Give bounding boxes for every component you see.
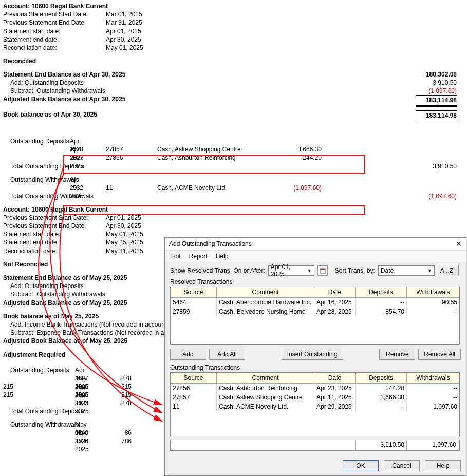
outstanding-row[interactable]: 11 Cash, ACME Novelty Ltd. Apr 29, 2025 … <box>171 402 459 411</box>
col-deposits[interactable]: Deposits <box>356 287 407 297</box>
sort-by-label: Sort Trans. by: <box>335 267 375 274</box>
recon-date-label: Reconciliation date: <box>3 44 106 52</box>
sub-wd-label: Subtract: Outstanding Withdrawals <box>10 87 105 94</box>
withdrawal-row-1: Apr 29, 2025 J532 11 Cash, ACME Novelty … <box>3 184 464 192</box>
cancel-button[interactable]: Cancel <box>384 460 420 471</box>
total-out-wd-label: Total Outstanding Withdrawals <box>10 193 94 200</box>
adj-bank: 183,114.98 <box>416 95 457 106</box>
chevron-down-icon: ▼ <box>427 268 432 273</box>
remove-button[interactable]: Remove <box>379 349 415 360</box>
stmt-end-label: Statement end date: <box>3 35 106 44</box>
reconciled-status: Reconciled <box>3 57 464 65</box>
recon-date-value: May 01, 2025 <box>106 44 143 52</box>
sort-by-combo[interactable]: Date▼ <box>378 265 435 276</box>
resolved-section-label: Resolved Transactions <box>170 278 461 285</box>
deposit-row-2: Apr 23, 2025 J527 27856 Cash, Ashburton … <box>3 154 464 162</box>
col-source[interactable]: Source <box>171 287 217 297</box>
menu-edit[interactable]: Edit <box>170 253 181 260</box>
sub-wd: (1,097.60) <box>428 87 457 95</box>
menu-report[interactable]: Report <box>189 253 208 260</box>
insert-outstanding-button[interactable]: Insert Outstanding <box>282 349 343 360</box>
col-withdrawals[interactable]: Withdrawals <box>407 287 459 297</box>
show-resolved-label: Show Resolved Trans. On or After: <box>170 267 265 274</box>
resolved-grid: Source Comment Date Deposits Withdrawals… <box>170 287 460 345</box>
calendar-icon[interactable] <box>317 265 328 276</box>
prev-start-label: Previous Statement Start Date: <box>3 10 106 18</box>
chevron-down-icon: ▼ <box>307 268 312 273</box>
prev-start-value: Mar 01, 2025 <box>106 10 142 18</box>
remove-all-button[interactable]: Remove All <box>418 349 461 360</box>
stmt-end-bal: 180,302.08 <box>426 70 457 79</box>
add-button[interactable]: Add <box>170 349 206 360</box>
ok-button[interactable]: OK <box>343 460 379 471</box>
add-dep-label: Add: Outstanding Deposits <box>10 79 84 86</box>
outstanding-section-label: Outstanding Transactions <box>170 364 461 371</box>
dialog-title: Add Outstanding Transactions <box>169 240 252 247</box>
help-button[interactable]: Help <box>425 460 461 471</box>
book-bal-label: Book balance as of Apr 30, 2025 <box>3 111 97 118</box>
prev-end-label: Previous Statement End Date: <box>3 18 106 27</box>
resolved-row[interactable]: 27859 Cash, Belvedere Nursing Home Apr 2… <box>171 307 459 316</box>
add-outstanding-dialog: Add Outstanding Transactions ✕ Edit Repo… <box>164 237 466 476</box>
stmt-start-value: Apr 01, 2025 <box>106 27 141 35</box>
total-deposits: 3,910.50 <box>356 440 407 450</box>
stmt-end-value: Apr 30, 2025 <box>106 35 141 44</box>
menu-help[interactable]: Help <box>216 253 229 260</box>
total-out-dep-label: Total Outstanding Deposits <box>10 163 84 170</box>
add-dep: 3,910.50 <box>433 79 457 87</box>
add-all-button[interactable]: Add All <box>209 349 245 360</box>
prev-end-value: Mar 31, 2025 <box>106 18 142 27</box>
total-withdrawals: 1,097.60 <box>407 440 458 450</box>
total-out-wd: (1,097.60) <box>428 192 457 200</box>
col-date[interactable]: Date <box>314 287 356 297</box>
total-out-dep: 3,910.50 <box>433 162 457 170</box>
dialog-menubar: Edit Report Help <box>165 251 466 262</box>
sort-az-button[interactable]: A...Z↓ <box>438 265 459 276</box>
stmt-start-label: Statement start date: <box>3 27 106 35</box>
close-icon[interactable]: ✕ <box>456 240 462 248</box>
account-header-1: Account: 10600 Regal Bank Current <box>3 2 464 10</box>
totals-row: 3,910.50 1,097.60 <box>170 440 460 451</box>
resolved-row[interactable]: 5464 Cash, Abercrombie Hardware Inc. Apr… <box>171 298 459 307</box>
outstanding-grid: Source Comment Date Deposits Withdrawals… <box>170 372 460 436</box>
stmt-end-bal-label: Statement End Balance as of Apr 30, 2025 <box>3 71 125 78</box>
svg-rect-1 <box>320 269 325 270</box>
col-comment[interactable]: Comment <box>217 287 314 297</box>
date-after-combo[interactable]: Apr 01, 2025▼ <box>268 265 314 276</box>
outstanding-row[interactable]: 27856 Cash, Ashburton Reinforcing Apr 23… <box>171 384 459 393</box>
outstanding-row[interactable]: 27857 Cash, Askew Shopping Centre Apr 11… <box>171 393 459 402</box>
adj-bank-label: Adjusted Bank Balance as of Apr 30, 2025 <box>3 96 125 103</box>
book-bal: 183,114.98 <box>416 110 457 122</box>
account-header-2: Account: 10600 Regal Bank Current <box>3 205 464 214</box>
